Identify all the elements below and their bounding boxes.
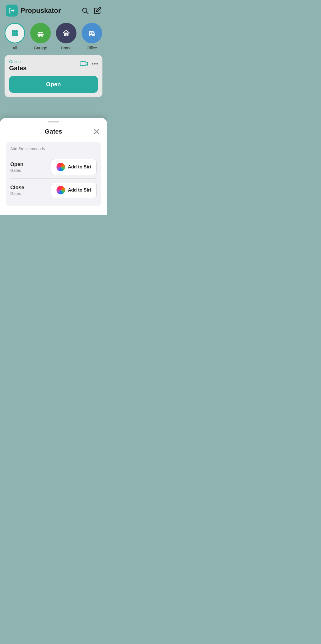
camera-icon[interactable] xyxy=(80,61,88,67)
siri-command-open: Open Gates Add to Siri xyxy=(10,156,97,179)
add-to-siri-close-button[interactable]: Add to Siri xyxy=(51,182,97,198)
more-options-icon[interactable] xyxy=(92,63,98,65)
siri-open-action: Open xyxy=(10,162,23,168)
gate-card-actions xyxy=(80,59,98,67)
app-title: Propuskator xyxy=(21,7,61,15)
svg-point-2 xyxy=(12,30,14,32)
add-to-siri-close-label: Add to Siri xyxy=(68,188,91,193)
gate-info: Online Gates xyxy=(9,59,27,72)
svg-rect-20 xyxy=(92,33,93,34)
close-bottom-sheet-button[interactable] xyxy=(92,127,101,136)
svg-point-13 xyxy=(42,35,43,37)
category-item-garage[interactable]: Garage xyxy=(30,23,51,50)
app-icon xyxy=(6,5,18,17)
bottom-sheet-handle xyxy=(48,121,59,122)
svg-point-6 xyxy=(14,32,16,34)
svg-rect-17 xyxy=(90,32,91,33)
add-to-siri-open-label: Add to Siri xyxy=(68,164,91,170)
category-row: All Garage Home xyxy=(0,20,107,55)
gate-card: Online Gates Open xyxy=(5,55,102,97)
siri-close-action: Close xyxy=(10,185,24,191)
edit-icon[interactable] xyxy=(94,7,101,14)
category-circle-office xyxy=(82,23,102,43)
svg-rect-23 xyxy=(80,62,86,66)
siri-logo-icon xyxy=(56,163,65,171)
garage-car-icon xyxy=(35,27,46,39)
all-grid-icon xyxy=(10,28,20,38)
app-header: Propuskator xyxy=(0,0,107,20)
category-circle-all xyxy=(5,23,25,43)
svg-line-1 xyxy=(86,12,88,14)
office-building-icon xyxy=(86,27,98,39)
header-right xyxy=(81,7,101,14)
bottom-sheet-title: Gates xyxy=(15,128,92,135)
category-circle-home xyxy=(56,23,76,43)
svg-rect-21 xyxy=(90,35,92,36)
gate-status: Online xyxy=(9,59,27,64)
category-label-home: Home xyxy=(61,46,71,50)
siri-open-device: Gates xyxy=(10,168,23,173)
svg-point-5 xyxy=(12,32,14,34)
svg-point-10 xyxy=(16,34,18,36)
siri-command-close: Close Gates Add to Siri xyxy=(10,179,97,202)
bottom-sheet: Gates Add Siri commands Open Gates Add t… xyxy=(0,118,107,215)
category-label-all: All xyxy=(13,46,17,50)
svg-rect-14 xyxy=(39,33,42,34)
siri-section: Add Siri commands Open Gates Add to Siri… xyxy=(6,142,101,206)
search-icon[interactable] xyxy=(81,7,89,14)
svg-point-8 xyxy=(12,34,14,36)
category-circle-garage xyxy=(30,23,51,43)
svg-point-7 xyxy=(16,32,18,34)
category-item-office[interactable]: Office xyxy=(82,23,102,50)
app-logo-icon xyxy=(8,7,15,14)
home-icon xyxy=(60,27,72,39)
svg-rect-19 xyxy=(90,33,91,34)
svg-rect-18 xyxy=(92,32,93,33)
siri-close-device: Gates xyxy=(10,191,24,196)
gate-card-header: Online Gates xyxy=(9,59,98,72)
close-icon xyxy=(94,128,100,135)
svg-point-9 xyxy=(14,34,16,36)
svg-point-3 xyxy=(14,30,16,32)
gate-name: Gates xyxy=(9,65,27,72)
siri-open-info: Open Gates xyxy=(10,162,23,173)
header-left: Propuskator xyxy=(6,5,61,17)
open-gate-button[interactable]: Open xyxy=(9,76,98,93)
svg-point-4 xyxy=(16,30,18,32)
svg-rect-22 xyxy=(93,33,94,34)
siri-logo-close-icon xyxy=(56,186,65,194)
siri-close-info: Close Gates xyxy=(10,185,24,196)
svg-point-12 xyxy=(38,35,40,37)
category-label-office: Office xyxy=(87,46,97,50)
bottom-sheet-title-row: Gates xyxy=(6,127,101,136)
category-item-home[interactable]: Home xyxy=(56,23,76,50)
category-item-all[interactable]: All xyxy=(5,23,25,50)
add-to-siri-open-button[interactable]: Add to Siri xyxy=(51,159,97,175)
category-label-garage: Garage xyxy=(34,46,47,50)
siri-section-title: Add Siri commands xyxy=(10,146,97,151)
